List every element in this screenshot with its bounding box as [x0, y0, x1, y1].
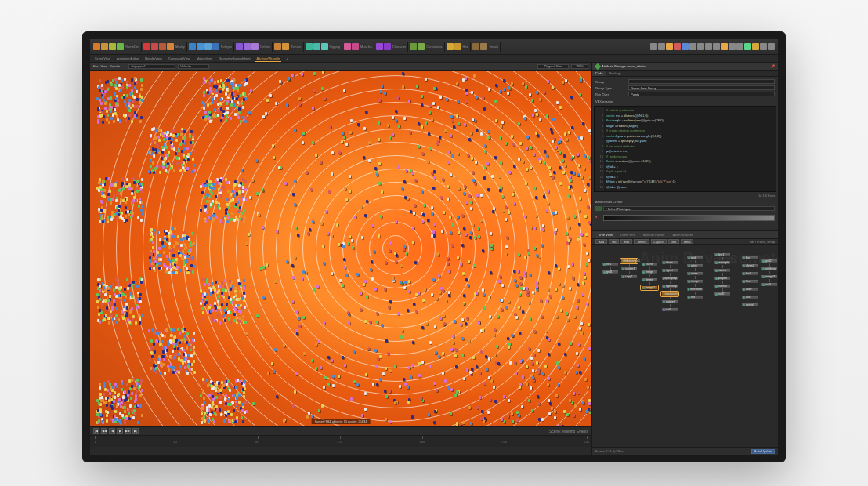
- shelf-tool-icon[interactable]: [418, 43, 425, 50]
- param-tab[interactable]: Code: [592, 71, 606, 76]
- shelf-tool-icon[interactable]: [760, 43, 767, 50]
- playback-button[interactable]: ▶▶: [125, 428, 131, 434]
- network-button[interactable]: Select: [634, 239, 649, 244]
- network-node[interactable]: null2: [714, 292, 731, 296]
- network-node[interactable]: grid: [686, 256, 703, 260]
- network-view[interactable]: Anim DriversGeometryfile1grid1attribwran…: [592, 245, 778, 447]
- shelf-tool-icon[interactable]: [344, 43, 351, 50]
- network-node[interactable]: null: [661, 307, 678, 312]
- shelf-tool-icon[interactable]: [101, 43, 108, 50]
- network-node[interactable]: dopnet: [661, 299, 678, 304]
- network-node[interactable]: resample: [714, 260, 731, 265]
- network-node[interactable]: bool: [741, 271, 758, 276]
- shelf-tool-icon[interactable]: [282, 43, 289, 50]
- pane-tab[interactable]: SceneView: [93, 56, 112, 61]
- network-node[interactable]: line1: [714, 252, 731, 257]
- pane-tab[interactable]: AnimationEditor: [115, 56, 140, 61]
- shelf-tool-icon[interactable]: [666, 43, 673, 50]
- network-button[interactable]: Add: [595, 239, 607, 244]
- network-node[interactable]: merge: [641, 270, 658, 274]
- shelf-tool-icon[interactable]: [410, 43, 417, 50]
- shelf-tool-icon[interactable]: [721, 43, 728, 50]
- network-node[interactable]: agent: [661, 268, 678, 273]
- network-node[interactable]: grid1: [602, 270, 619, 274]
- network-node[interactable]: xform: [661, 260, 678, 265]
- frame-slider[interactable]: 14080120160200240: [90, 435, 591, 447]
- shelf-tool-icon[interactable]: [236, 43, 243, 50]
- pin-icon[interactable]: 📌: [771, 64, 775, 68]
- shelf-tool-icon[interactable]: [768, 43, 775, 50]
- network-node[interactable]: noise: [686, 271, 703, 276]
- shelf-tool-icon[interactable]: [713, 43, 720, 50]
- shelf-tool-icon[interactable]: [447, 43, 454, 50]
- shelf-tool-icon[interactable]: [251, 43, 259, 50]
- shelf-tool-icon[interactable]: [376, 43, 383, 50]
- playback-button[interactable]: ▶: [117, 428, 123, 434]
- network-node[interactable]: out: [686, 295, 703, 299]
- shelf-tool-icon[interactable]: [736, 43, 743, 50]
- shelf-tool-icon[interactable]: [244, 43, 251, 50]
- playback-button[interactable]: ◀: [109, 428, 115, 434]
- vex-code-editor[interactable]: 12345678910111213141516 // Initiate quat…: [594, 106, 776, 192]
- network-button[interactable]: Layout: [651, 239, 667, 244]
- code-content[interactable]: // Initiate quaternionvector rnd = dihed…: [604, 107, 776, 191]
- shelf-tool-icon[interactable]: [204, 43, 212, 50]
- network-node[interactable]: sweep: [714, 268, 731, 273]
- network-node[interactable]: out2: [741, 295, 758, 299]
- shelf-tool-icon[interactable]: [752, 43, 759, 50]
- shelf-tool-icon[interactable]: [658, 43, 665, 50]
- network-node[interactable]: grid2: [761, 259, 778, 263]
- network-node[interactable]: transform: [686, 287, 703, 292]
- shelf-tool-icon[interactable]: [274, 43, 281, 50]
- network-button[interactable]: Edit: [620, 239, 632, 244]
- network-node[interactable]: copy1: [620, 274, 638, 279]
- shelf-tool-icon[interactable]: [729, 43, 736, 50]
- pane-tab[interactable]: RenderView: [143, 56, 164, 61]
- network-path[interactable]: obj / crowd_setup: [750, 240, 775, 244]
- shelf-tool-icon[interactable]: [167, 43, 174, 50]
- vp-zoom-field[interactable]: 100%: [571, 64, 588, 69]
- shelf-tool-icon[interactable]: [212, 43, 219, 50]
- network-node[interactable]: box: [741, 256, 758, 260]
- shelf-tool-icon[interactable]: [682, 43, 689, 50]
- shelf-tool-icon[interactable]: [189, 43, 196, 50]
- shelf-tool-icon[interactable]: [143, 43, 150, 50]
- shelf-tool-icon[interactable]: [689, 43, 696, 50]
- pane-tab[interactable]: MotionView: [195, 56, 215, 61]
- shelf-tool-icon[interactable]: [159, 43, 166, 50]
- network-node[interactable]: attribwrangle1: [620, 259, 638, 263]
- param-input[interactable]: [628, 79, 775, 84]
- network-node[interactable]: out3: [761, 282, 778, 287]
- network-node[interactable]: cache2: [741, 303, 758, 307]
- param-tab[interactable]: Bindings: [606, 71, 624, 76]
- shelf-tool-icon[interactable]: [697, 43, 704, 50]
- network-tab[interactable]: Material Palette: [640, 232, 668, 238]
- pane-tab[interactable]: GeometrySpreadsheet: [217, 56, 251, 61]
- network-node[interactable]: xform2: [741, 263, 758, 268]
- playback-button[interactable]: |◀: [93, 428, 99, 434]
- shelf-tool-icon[interactable]: [480, 43, 487, 50]
- viewport-3d[interactable]: frames: 881 objects: 15 points: 25834: [90, 71, 591, 426]
- network-node[interactable]: file1: [602, 262, 619, 267]
- shelf-tool-icon[interactable]: [650, 43, 657, 50]
- shelf-tool-icon[interactable]: [674, 43, 681, 50]
- network-node[interactable]: normal: [714, 284, 731, 288]
- shelf-tool-icon[interactable]: [93, 43, 100, 50]
- shelf-tool-icon[interactable]: [306, 43, 313, 50]
- network-node[interactable]: scatter1: [620, 267, 638, 271]
- color-ramp[interactable]: [603, 215, 775, 221]
- shelf-tool-icon[interactable]: [472, 43, 479, 50]
- shelf-tool-icon[interactable]: [352, 43, 359, 50]
- network-node[interactable]: merge: [686, 279, 703, 284]
- auto-update-button[interactable]: Auto Update: [751, 449, 775, 454]
- playback-button[interactable]: ▶|: [132, 428, 139, 434]
- shelf-tool-icon[interactable]: [197, 43, 204, 50]
- shelf-tool-icon[interactable]: [313, 43, 320, 50]
- vp-mode-field[interactable]: Velocity: [178, 64, 209, 69]
- network-tab[interactable]: Asset Browser: [670, 232, 696, 238]
- network-node[interactable]: attribvop: [761, 267, 778, 271]
- pane-tab[interactable]: CompositeView: [167, 56, 192, 61]
- network-tab[interactable]: User Prefs: [617, 232, 638, 238]
- shelf-tool-icon[interactable]: [705, 43, 712, 50]
- vp-aspect-button[interactable]: Original Size: [537, 64, 569, 69]
